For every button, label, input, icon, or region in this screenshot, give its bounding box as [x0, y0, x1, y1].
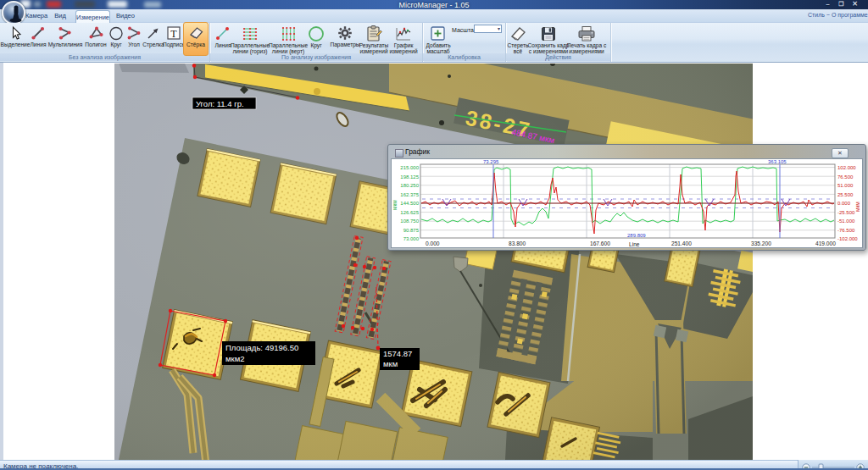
svg-text:мкм: мкм [392, 200, 398, 210]
svg-text:1574.87: 1574.87 [383, 349, 412, 358]
svg-text:108.750: 108.750 [400, 218, 419, 224]
svg-text:-25.500: -25.500 [837, 210, 855, 215]
svg-text:215.000: 215.000 [400, 165, 419, 170]
svg-text:363.105: 363.105 [768, 159, 787, 164]
svg-text:-51.000: -51.000 [837, 218, 855, 224]
svg-text:T: T [170, 28, 177, 40]
svg-text:Угол: 11.4 гр.: Угол: 11.4 гр. [196, 99, 244, 108]
svg-text:83.800: 83.800 [509, 241, 526, 246]
svg-text:-102.000: -102.000 [837, 236, 858, 241]
svg-text:Line: Line [629, 241, 640, 247]
svg-text:мкм: мкм [854, 202, 860, 212]
svg-text:мкм2: мкм2 [225, 354, 245, 363]
svg-text:251.400: 251.400 [671, 241, 692, 246]
svg-text:180.250: 180.250 [400, 183, 419, 188]
svg-text:419.000: 419.000 [815, 241, 836, 246]
svg-text:мкм: мкм [383, 359, 398, 368]
svg-text:167.600: 167.600 [590, 241, 610, 246]
svg-text:144.500: 144.500 [400, 201, 419, 206]
svg-text:289.809: 289.809 [627, 233, 646, 238]
svg-text:73.000: 73.000 [403, 236, 420, 241]
svg-text:76.500: 76.500 [837, 174, 854, 180]
svg-text:102.000: 102.000 [837, 165, 856, 170]
svg-text:198.125: 198.125 [400, 174, 419, 180]
svg-text:Площадь: 49196.50: Площадь: 49196.50 [225, 343, 298, 352]
svg-text:162.375: 162.375 [400, 192, 419, 197]
svg-text:335.200: 335.200 [751, 241, 771, 246]
svg-text:73.295: 73.295 [483, 159, 499, 164]
svg-text:0.000: 0.000 [426, 241, 440, 246]
svg-text:0.000: 0.000 [837, 201, 851, 206]
svg-text:25.500: 25.500 [837, 192, 854, 197]
svg-text:51.000: 51.000 [837, 183, 854, 188]
svg-text:-76.500: -76.500 [837, 228, 855, 233]
svg-text:90.875: 90.875 [403, 228, 420, 233]
svg-text:126.625: 126.625 [400, 210, 419, 215]
